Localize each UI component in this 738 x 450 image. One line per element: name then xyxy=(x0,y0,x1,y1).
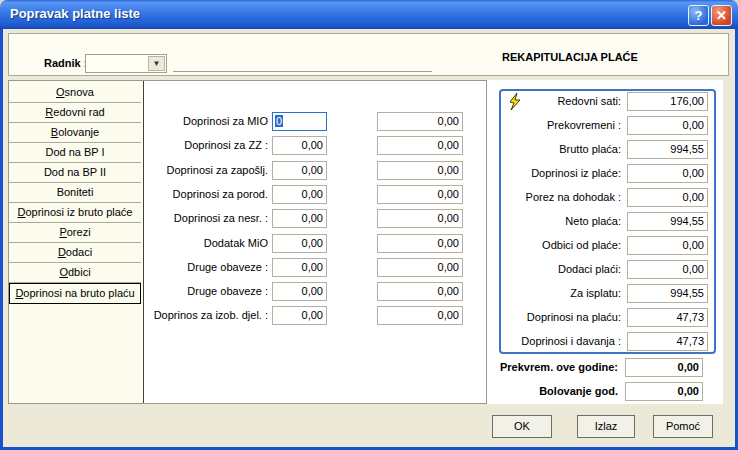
form-input-2[interactable]: 0,00 xyxy=(377,185,463,204)
form-input-2[interactable]: 0,00 xyxy=(377,161,463,180)
recap-row: Za isplatu:994,55 xyxy=(487,284,723,304)
form-row-label: Doprinosi za ZZ : xyxy=(143,139,268,151)
recap-row: Doprinosi i davanja :47,73 xyxy=(487,332,723,352)
form-row-label: Druge obaveze : xyxy=(143,261,268,273)
form-input-1[interactable]: 0,00 xyxy=(272,306,327,325)
form-input-1[interactable]: 0,00 xyxy=(272,258,327,277)
form-row-label: Doprinosi za MIO xyxy=(143,115,268,127)
form-input-1[interactable]: 0,00 xyxy=(272,234,327,253)
recap-input[interactable]: 0,00 xyxy=(627,164,708,183)
form-input-2[interactable]: 0,00 xyxy=(377,306,463,325)
titlebar[interactable]: Popravak platne liste xyxy=(0,0,738,29)
recap-extra-label: Prekvrem. ove godine: xyxy=(500,361,618,373)
recap-row: Prekovremeni :0,00 xyxy=(487,116,723,136)
recap-row-label: Doprinosi na plaću: xyxy=(495,311,621,323)
dialog-popravak-platne-liste: Popravak platne liste ? ✕ Radnik : ▼ REK… xyxy=(0,0,738,450)
form-row-label: Doprinos za izob. djel. : xyxy=(143,309,268,321)
form-row-label: Doprinosi za nesr. : xyxy=(143,212,268,224)
recap-extra-row: Bolovanje god.0,00 xyxy=(487,382,723,402)
recap-row-label: Doprinosi i davanja : xyxy=(495,335,621,347)
recap-row-label: Porez na dohodak : xyxy=(495,191,621,203)
radnik-name-field xyxy=(173,54,432,72)
recap-row: Brutto plaća:994,55 xyxy=(487,140,723,160)
recap-title: REKAPITULACIJA PLAĆE xyxy=(502,51,638,63)
form-input-2[interactable]: 0,00 xyxy=(377,234,463,253)
recap-row: Dodaci plaći:0,00 xyxy=(487,260,723,280)
form-row-label: Doprinosi za porod. xyxy=(143,188,268,200)
recap-input[interactable]: 47,73 xyxy=(627,332,708,351)
recap-row-label: Za isplatu: xyxy=(495,287,621,299)
help-icon: ? xyxy=(695,8,703,23)
recap-input[interactable]: 176,00 xyxy=(627,92,708,111)
recap-panel: Redovni sati:176,00Prekovremeni :0,00Bru… xyxy=(487,80,723,404)
recap-row: Doprinosi iz plaće:0,00 xyxy=(487,164,723,184)
form-input-1[interactable]: 0 xyxy=(272,112,327,131)
recap-input[interactable]: 0,00 xyxy=(627,260,708,279)
form-row-label: Doprinosi za zapošlj. xyxy=(143,164,268,176)
recap-row-label: Doprinosi iz plaće: xyxy=(495,167,621,179)
form-row-label: Druge obaveze : xyxy=(143,285,268,297)
recap-extra-input[interactable]: 0,00 xyxy=(625,358,703,377)
form-input-1[interactable]: 0,00 xyxy=(272,209,327,228)
help-button[interactable]: ? xyxy=(688,5,709,26)
recap-input[interactable]: 994,55 xyxy=(627,284,708,303)
form-input-2[interactable]: 0,00 xyxy=(377,112,463,131)
selected-text: 0 xyxy=(275,115,283,127)
ok-button[interactable]: OK xyxy=(492,415,552,438)
chevron-down-icon[interactable]: ▼ xyxy=(148,56,165,71)
close-icon: ✕ xyxy=(716,8,727,23)
form-input-1[interactable]: 0,00 xyxy=(272,185,327,204)
close-button[interactable]: ✕ xyxy=(711,5,732,26)
form-input-2[interactable]: 0,00 xyxy=(377,209,463,228)
recap-input[interactable]: 0,00 xyxy=(627,236,708,255)
recap-row-label: Prekovremeni : xyxy=(495,119,621,131)
form-input-1[interactable]: 0,00 xyxy=(272,282,327,301)
recap-row: Porez na dohodak :0,00 xyxy=(487,188,723,208)
recap-row-label: Odbici od plaće: xyxy=(495,239,621,251)
recap-input[interactable]: 0,00 xyxy=(627,188,708,207)
window-title: Popravak platne liste xyxy=(10,6,140,21)
recap-row-label: Dodaci plaći: xyxy=(495,263,621,275)
recap-input[interactable]: 47,73 xyxy=(627,308,708,327)
recap-row: Doprinosi na plaću:47,73 xyxy=(487,308,723,328)
recap-row: Neto plaća:994,55 xyxy=(487,212,723,232)
form-input-1[interactable]: 0,00 xyxy=(272,136,327,155)
recap-input[interactable]: 0,00 xyxy=(627,116,708,135)
form-input-1[interactable]: 0,00 xyxy=(272,161,327,180)
radnik-combobox[interactable]: ▼ xyxy=(85,54,167,73)
recap-row-label: Redovni sati: xyxy=(495,95,621,107)
form-row-label: Dodatak MiO xyxy=(143,237,268,249)
form-input-2[interactable]: 0,00 xyxy=(377,136,463,155)
recap-extra-label: Bolovanje god. xyxy=(539,385,618,397)
form-input-2[interactable]: 0,00 xyxy=(377,258,463,277)
recap-extra-input[interactable]: 0,00 xyxy=(625,382,703,401)
izlaz-button[interactable]: Izlaz xyxy=(577,415,635,438)
recap-row-label: Neto plaća: xyxy=(495,215,621,227)
pomo--button[interactable]: Pomoć xyxy=(653,415,713,438)
form-input-2[interactable]: 0,00 xyxy=(377,282,463,301)
radnik-label: Radnik : xyxy=(44,57,87,69)
recap-row: Odbici od plaće:0,00 xyxy=(487,236,723,256)
recap-row-label: Brutto plaća: xyxy=(495,143,621,155)
recap-input[interactable]: 994,55 xyxy=(627,140,708,159)
recap-input[interactable]: 994,55 xyxy=(627,212,708,231)
recap-extra-row: Prekvrem. ove godine:0,00 xyxy=(487,358,723,378)
recap-row: Redovni sati:176,00 xyxy=(487,92,723,112)
